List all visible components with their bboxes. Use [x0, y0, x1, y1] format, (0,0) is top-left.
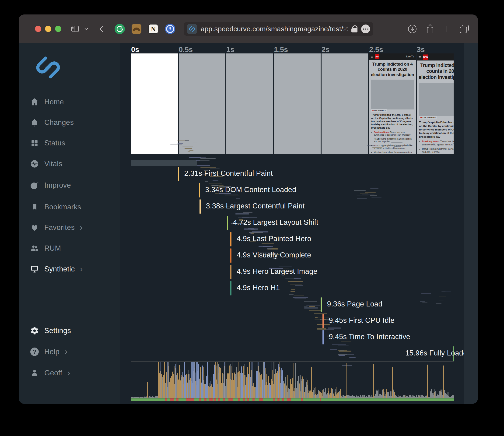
waterfall-bar [193, 143, 197, 143]
main-thread-busy-segment [301, 399, 303, 401]
minimize-window-button[interactable] [45, 26, 51, 32]
waterfall-bar [237, 216, 248, 216]
back-icon[interactable] [95, 22, 108, 36]
horizontal-scrollbar-thumb[interactable] [131, 160, 197, 166]
sidebar-item-bookmarks[interactable]: Bookmarks [29, 202, 81, 212]
cpu-spike [147, 382, 148, 398]
waterfall-bar [370, 195, 377, 196]
cnn-live-updates-badge: LIVE UPDATES [419, 116, 437, 119]
cnn-top-bar: ≡CNNLive TV [369, 54, 416, 60]
waterfall-bar [306, 305, 320, 306]
sidebar-item-geoff[interactable]: Geoff› [29, 368, 70, 378]
grid-icon [29, 138, 40, 148]
filmstrip-frame-cnn-zoomed[interactable]: ≡CNNLive TVTrump indicted on 4 counts in… [417, 54, 454, 154]
onepassword-extension-icon[interactable] [164, 23, 176, 35]
filmstrip-frame-blank-gray[interactable] [179, 54, 225, 154]
filmstrip-frame-blank-gray[interactable] [226, 54, 273, 154]
main-thread-busy-segment [218, 399, 220, 401]
main-thread-busy-segment [247, 399, 249, 401]
main-thread-busy-segment [199, 399, 201, 401]
sidebar-item-status[interactable]: Status [29, 138, 65, 148]
waterfall-bar [200, 158, 216, 159]
new-tab-icon[interactable] [440, 22, 453, 36]
sidebar-item-settings[interactable]: Settings [29, 325, 71, 336]
milestone-label: 15.96s Fully Loaded [405, 349, 471, 357]
cnn-bullet-list: Breaking News: Trump has been summoned t… [417, 140, 454, 154]
sidebar-item-label: Changes [44, 118, 74, 127]
milestone-tick-time-to-interactive [323, 330, 324, 345]
sidebar-toggle-icon[interactable] [69, 22, 82, 36]
sidebar-item-rum[interactable]: RUM [29, 243, 61, 254]
waterfall-bar [304, 307, 318, 309]
sidebar-item-changes[interactable]: Changes [29, 117, 74, 128]
milestone-label: 9.36s Page Load [327, 300, 382, 308]
waterfall-bar [293, 297, 308, 298]
waterfall-bar [251, 229, 258, 230]
time-axis-label: 1s [226, 45, 234, 54]
filmstrip-frame-blank-white[interactable] [131, 54, 178, 154]
cpu-utilization-chart [131, 362, 454, 398]
milestone-tick-hero-h1 [230, 281, 232, 295]
sidebar-item-vitals[interactable]: Vitals [29, 158, 62, 169]
cnn-image-placeholder: LIVE UPDATES [371, 80, 414, 109]
page-settings-icon[interactable] [361, 25, 370, 33]
milestone-tick-page-load [321, 297, 322, 312]
speedcurve-logo[interactable] [36, 55, 61, 81]
bell-icon [29, 118, 40, 128]
waterfall-bar [213, 180, 219, 181]
waterfall-bar [421, 293, 431, 294]
notion-extension-icon[interactable]: N [148, 23, 159, 35]
sidebar-item-home[interactable]: Home [29, 97, 64, 107]
address-bar[interactable]: app.speedcurve.com/smashingmagazine/test… [184, 22, 373, 36]
zoom-window-button[interactable] [55, 26, 61, 32]
waterfall-bar [242, 217, 257, 218]
waterfall-bar [357, 198, 367, 199]
waterfall-bar [370, 188, 378, 189]
cpu-spike [392, 367, 393, 398]
main-thread-busy-segment [282, 399, 284, 401]
main-thread-busy-segment [259, 399, 263, 401]
close-window-button[interactable] [35, 26, 41, 32]
cpu-spike [454, 396, 454, 398]
sidebar-item-label: Geoff [44, 369, 62, 377]
chevron-down-icon[interactable] [82, 22, 91, 36]
chevron-right-icon: › [80, 223, 83, 232]
waterfall-bar [290, 291, 295, 292]
milestone-tick-dom-content-loaded [199, 183, 200, 198]
waterfall-bar [291, 283, 304, 283]
waterfall-bar [362, 194, 375, 194]
home-icon [29, 97, 40, 107]
filmstrip-frame-cnn[interactable]: ≡CNNLive TVTrump indicted on 4 counts in… [369, 54, 416, 154]
waterfall-bar [332, 344, 346, 345]
cpu-spike [196, 362, 198, 398]
share-icon[interactable] [423, 22, 437, 36]
chart-divider [131, 361, 454, 362]
waterfall-bar [291, 282, 303, 282]
waterfall-bar [267, 248, 272, 249]
waterfall-bar [367, 145, 375, 146]
cnn-logo: CNN [375, 54, 379, 59]
waterfall-bar [249, 232, 263, 233]
waterfall-bar [294, 295, 304, 295]
gear-icon [29, 326, 40, 336]
grammarly-extension-icon[interactable] [114, 23, 125, 35]
waterfall-bar [441, 291, 445, 291]
sidebar-item-help[interactable]: ?Help› [29, 346, 67, 357]
filmstrip-frame-blank-gray[interactable] [274, 54, 321, 154]
sidebar-item-favorites[interactable]: Favorites› [29, 222, 83, 233]
main-thread-busy-segment [278, 399, 279, 401]
waterfall-bar [384, 153, 395, 153]
menu-icon: ≡ [371, 55, 373, 58]
filmstrip-frame-blank-gray[interactable] [322, 54, 368, 154]
tabs-overview-icon[interactable] [458, 22, 471, 36]
sidebar-item-improve[interactable]: Improve [29, 180, 71, 191]
downloads-icon[interactable] [406, 22, 419, 36]
url-text: app.speedcurve.com/smashingmagazine/test… [201, 25, 348, 33]
waterfall-bar [205, 181, 208, 182]
waterfall-bar [294, 278, 301, 279]
waterfall-bar [396, 145, 401, 146]
browser-toolbar: N app.speedcurve.com/smashingmagazine/te… [19, 14, 478, 43]
sidebar-item-synthetic[interactable]: Synthetic› [29, 264, 83, 274]
brown-extension-icon[interactable] [131, 23, 142, 35]
sidebar-item-label: Synthetic [44, 265, 75, 273]
